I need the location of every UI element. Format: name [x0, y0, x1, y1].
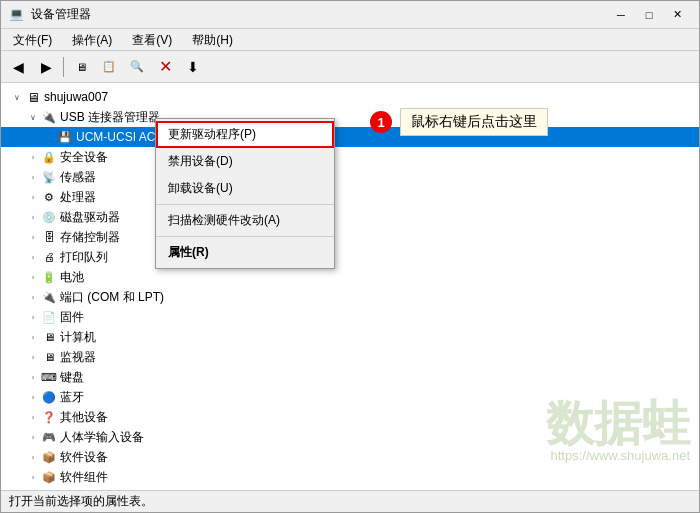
- close-button[interactable]: ✕: [663, 5, 691, 25]
- tree-item-port[interactable]: › 🔌 端口 (COM 和 LPT): [1, 287, 699, 307]
- tree-item-keyboard[interactable]: › ⌨ 键盘: [1, 367, 699, 387]
- menu-item-操作A[interactable]: 操作(A): [64, 31, 120, 48]
- arrow: ›: [25, 269, 41, 285]
- port-label: 端口 (COM 和 LPT): [60, 289, 164, 306]
- main-content: ∨ 🖥 shujuwa007 ∨ 🔌 USB 连接器管理器 💾 UCM-UCSI…: [1, 83, 699, 490]
- ctx-properties-label: 属性(R): [168, 245, 209, 259]
- arrow: ›: [25, 149, 41, 165]
- biometric-icon: 👁: [41, 489, 57, 490]
- tree-item-ucm[interactable]: 💾 UCM-UCSI ACPI...: [1, 127, 699, 147]
- menu-item-查看V[interactable]: 查看(V): [124, 31, 180, 48]
- biometric-label: 生物识别设备: [60, 489, 132, 491]
- storage-icon: 🗄: [41, 229, 57, 245]
- tree-item-disk[interactable]: › 💿 磁盘驱动器: [1, 207, 699, 227]
- title-bar: 💻 设备管理器 ─ □ ✕: [1, 1, 699, 29]
- tree-item-security[interactable]: › 🔒 安全设备: [1, 147, 699, 167]
- tree-item-other[interactable]: › ❓ 其他设备: [1, 407, 699, 427]
- arrow: ›: [25, 409, 41, 425]
- print-icon: 🖨: [41, 249, 57, 265]
- sw-component-icon: 📦: [41, 469, 57, 485]
- uninstall-button[interactable]: ✕: [152, 55, 178, 79]
- keyboard-icon: ⌨: [41, 369, 57, 385]
- callout-text: 鼠标右键后点击这里: [400, 108, 548, 136]
- tree-item-firmware[interactable]: › 📄 固件: [1, 307, 699, 327]
- sw-component-label: 软件组件: [60, 469, 108, 486]
- arrow-spacer: [41, 129, 57, 145]
- arrow: ›: [25, 449, 41, 465]
- tree-item-sensor[interactable]: › 📡 传感器: [1, 167, 699, 187]
- bluetooth-icon: 🔵: [41, 389, 57, 405]
- storage-label: 存储控制器: [60, 229, 120, 246]
- properties-button[interactable]: 🖥: [68, 55, 94, 79]
- arrow: ›: [25, 429, 41, 445]
- tree-item-cpu[interactable]: › ⚙ 处理器: [1, 187, 699, 207]
- forward-button[interactable]: ▶: [33, 55, 59, 79]
- ctx-properties[interactable]: 属性(R): [156, 239, 334, 266]
- tree-item-software-component[interactable]: › 📦 软件组件: [1, 467, 699, 487]
- back-button[interactable]: ◀: [5, 55, 31, 79]
- tree-item-usb-manager[interactable]: ∨ 🔌 USB 连接器管理器: [1, 107, 699, 127]
- title-bar-left: 💻 设备管理器: [9, 6, 91, 23]
- window-title: 设备管理器: [31, 6, 91, 23]
- tree-item-print[interactable]: › 🖨 打印队列: [1, 247, 699, 267]
- root-label: shujuwa007: [44, 90, 108, 104]
- arrow: ›: [25, 289, 41, 305]
- scan-hardware-button[interactable]: ⬇: [180, 55, 206, 79]
- arrow: ∨: [25, 109, 41, 125]
- arrow: ›: [25, 389, 41, 405]
- disk-label: 磁盘驱动器: [60, 209, 120, 226]
- sw-device-label: 软件设备: [60, 449, 108, 466]
- title-bar-controls: ─ □ ✕: [607, 5, 691, 25]
- menu-bar: 文件(F)操作(A)查看(V)帮助(H): [1, 29, 699, 51]
- firmware-icon: 📄: [41, 309, 57, 325]
- ctx-scan-hardware[interactable]: 扫描检测硬件改动(A): [156, 207, 334, 234]
- ctx-separator-2: [156, 236, 334, 237]
- sensor-icon: 📡: [41, 169, 57, 185]
- tree-item-hid[interactable]: › 🎮 人体学输入设备: [1, 427, 699, 447]
- scan-button[interactable]: 📋: [96, 55, 122, 79]
- ucm-icon: 💾: [57, 129, 73, 145]
- ctx-update-driver-label: 更新驱动程序(P): [168, 127, 256, 141]
- hid-label: 人体学输入设备: [60, 429, 144, 446]
- tree-item-biometric[interactable]: › 👁 生物识别设备: [1, 487, 699, 490]
- bluetooth-label: 蓝牙: [60, 389, 84, 406]
- sw-device-icon: 📦: [41, 449, 57, 465]
- arrow: ›: [25, 329, 41, 345]
- ctx-disable-device[interactable]: 禁用设备(D): [156, 148, 334, 175]
- tree-item-bluetooth[interactable]: › 🔵 蓝牙: [1, 387, 699, 407]
- minimize-button[interactable]: ─: [607, 5, 635, 25]
- cpu-icon: ⚙: [41, 189, 57, 205]
- ctx-disable-device-label: 禁用设备(D): [168, 154, 233, 168]
- tree-item-monitor[interactable]: › 🖥 监视器: [1, 347, 699, 367]
- tree-root[interactable]: ∨ 🖥 shujuwa007: [1, 87, 699, 107]
- arrow: ›: [25, 469, 41, 485]
- maximize-button[interactable]: □: [635, 5, 663, 25]
- arrow: ›: [25, 229, 41, 245]
- callout-number: 1: [370, 111, 392, 133]
- window-icon: 💻: [9, 7, 25, 23]
- tree-item-computer[interactable]: › 🖥 计算机: [1, 327, 699, 347]
- arrow: ›: [25, 349, 41, 365]
- ctx-update-driver[interactable]: 更新驱动程序(P): [156, 121, 334, 148]
- ctx-uninstall-device[interactable]: 卸载设备(U): [156, 175, 334, 202]
- tree-item-battery[interactable]: › 🔋 电池: [1, 267, 699, 287]
- main-window: 💻 设备管理器 ─ □ ✕ 文件(F)操作(A)查看(V)帮助(H) ◀ ▶ 🖥…: [0, 0, 700, 513]
- menu-item-文件F[interactable]: 文件(F): [5, 31, 60, 48]
- device-tree[interactable]: ∨ 🖥 shujuwa007 ∨ 🔌 USB 连接器管理器 💾 UCM-UCSI…: [1, 83, 699, 490]
- tree-item-storage[interactable]: › 🗄 存储控制器: [1, 227, 699, 247]
- hid-icon: 🎮: [41, 429, 57, 445]
- ctx-separator-1: [156, 204, 334, 205]
- other-icon: ❓: [41, 409, 57, 425]
- disk-icon: 💿: [41, 209, 57, 225]
- ctx-scan-hardware-label: 扫描检测硬件改动(A): [168, 213, 280, 227]
- update-driver-button[interactable]: 🔍: [124, 55, 150, 79]
- usb-manager-label: USB 连接器管理器: [60, 109, 160, 126]
- tree-item-software-device[interactable]: › 📦 软件设备: [1, 447, 699, 467]
- keyboard-label: 键盘: [60, 369, 84, 386]
- security-label: 安全设备: [60, 149, 108, 166]
- computer-small-icon: 🖥: [41, 329, 57, 345]
- status-bar: 打开当前选择项的属性表。: [1, 490, 699, 512]
- menu-item-帮助H[interactable]: 帮助(H): [184, 31, 241, 48]
- arrow: ›: [25, 209, 41, 225]
- arrow: ›: [25, 189, 41, 205]
